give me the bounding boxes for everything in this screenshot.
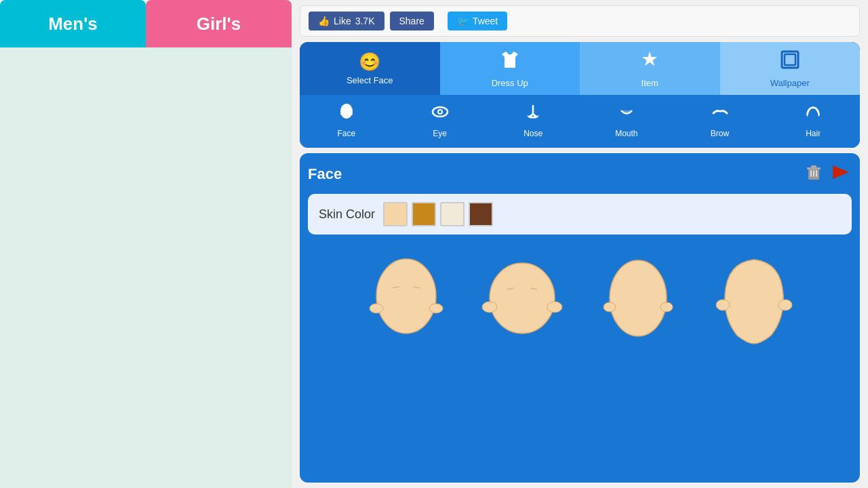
- mens-tab[interactable]: Men's: [0, 0, 146, 47]
- girls-label: Girl's: [197, 14, 241, 35]
- face-label: Face: [337, 129, 355, 138]
- subnav-mouth[interactable]: Mouth: [580, 98, 673, 142]
- tweet-button[interactable]: 🐦 Tweet: [448, 12, 507, 30]
- svg-rect-12: [813, 170, 814, 177]
- mens-label: Men's: [48, 14, 98, 35]
- like-button[interactable]: 👍 Like 3.7K: [309, 12, 384, 30]
- mouth-icon: [616, 102, 637, 126]
- skin-swatches: [383, 202, 493, 226]
- item-label: Item: [642, 78, 658, 88]
- skin-swatch-1[interactable]: [383, 202, 408, 226]
- face-option-3[interactable]: [585, 244, 690, 356]
- svg-point-3: [340, 113, 344, 115]
- select-face-label: Select Face: [347, 75, 393, 85]
- tab-item[interactable]: Item: [580, 42, 720, 95]
- subnav-nose[interactable]: Nose: [486, 98, 580, 142]
- svg-point-2: [340, 104, 353, 119]
- arrow-right-icon: [830, 169, 852, 186]
- tab-wallpaper[interactable]: Wallpaper: [720, 42, 861, 95]
- shirt-icon: [499, 49, 521, 75]
- svg-point-4: [349, 113, 353, 115]
- like-label: Like: [334, 16, 351, 26]
- gender-tabs: Men's Girl's: [0, 0, 292, 47]
- face-option-2[interactable]: [469, 244, 574, 356]
- face-option-1[interactable]: [353, 244, 458, 356]
- face-option-4[interactable]: [701, 244, 806, 356]
- arrow-right-button[interactable]: [830, 161, 852, 187]
- svg-rect-13: [816, 170, 817, 177]
- svg-point-27: [660, 302, 673, 312]
- nav-container: 😊 Select Face Dress Up Item: [300, 42, 860, 148]
- top-nav: 😊 Select Face Dress Up Item: [300, 42, 860, 95]
- skin-color-section: Skin Color: [308, 194, 852, 235]
- svg-rect-1: [785, 54, 795, 65]
- eye-label: Eye: [433, 129, 447, 138]
- subnav-eye[interactable]: Eye: [393, 98, 487, 142]
- subnav-brow[interactable]: Brow: [673, 98, 767, 142]
- twitter-icon: 🐦: [457, 16, 469, 26]
- brow-label: Brow: [711, 129, 729, 138]
- svg-rect-11: [810, 170, 812, 177]
- face-panel-header: Face: [308, 161, 852, 187]
- subnav-face[interactable]: Face: [300, 98, 393, 142]
- svg-point-21: [482, 302, 497, 312]
- dress-up-label: Dress Up: [492, 78, 528, 88]
- tweet-label: Tweet: [473, 16, 498, 26]
- face-options: [308, 244, 852, 356]
- girls-tab[interactable]: Girl's: [146, 0, 292, 47]
- svg-point-28: [716, 300, 730, 310]
- share-label: Share: [399, 16, 425, 26]
- svg-point-25: [610, 260, 667, 336]
- trash-button[interactable]: [804, 161, 823, 187]
- skin-swatch-3[interactable]: [440, 202, 465, 226]
- hair-icon: [803, 102, 823, 126]
- eye-icon: [430, 102, 450, 126]
- share-button[interactable]: Share: [390, 12, 434, 30]
- star-icon: [639, 49, 660, 75]
- svg-point-22: [547, 302, 562, 312]
- like-count: 3.7K: [355, 16, 375, 26]
- thumbs-up-icon: 👍: [318, 16, 330, 26]
- skin-swatch-2[interactable]: [412, 202, 436, 226]
- wallpaper-label: Wallpaper: [770, 78, 810, 88]
- svg-rect-10: [811, 165, 816, 168]
- hair-label: Hair: [806, 129, 821, 138]
- brow-icon: [710, 102, 730, 126]
- wallpaper-icon: [779, 49, 801, 75]
- nose-icon: [523, 102, 543, 126]
- svg-point-29: [778, 300, 792, 310]
- svg-point-15: [376, 259, 436, 333]
- avatar-area: [0, 47, 292, 488]
- face-panel-actions: [804, 161, 852, 187]
- svg-point-16: [370, 304, 383, 313]
- sub-nav: Face Eye N: [300, 95, 860, 148]
- right-panel: 👍 Like 3.7K Share 🐦 Tweet 😊 Select Face: [292, 0, 868, 488]
- left-panel: Men's Girl's: [0, 0, 292, 488]
- smiley-icon: 😊: [359, 52, 380, 73]
- social-bar: 👍 Like 3.7K Share 🐦 Tweet: [300, 5, 860, 37]
- svg-point-17: [429, 304, 443, 313]
- nose-label: Nose: [524, 129, 542, 138]
- subnav-hair[interactable]: Hair: [766, 98, 860, 142]
- face-panel: Face: [300, 153, 860, 483]
- svg-point-20: [490, 263, 555, 333]
- face-shape-icon: [336, 102, 357, 126]
- skin-color-label: Skin Color: [319, 207, 375, 222]
- svg-point-7: [439, 110, 441, 113]
- mouth-label: Mouth: [615, 129, 637, 138]
- tab-dress-up[interactable]: Dress Up: [440, 42, 580, 95]
- face-panel-title: Face: [308, 165, 342, 183]
- skin-swatch-4[interactable]: [469, 202, 493, 226]
- svg-marker-14: [833, 165, 849, 179]
- svg-point-26: [604, 302, 616, 312]
- tab-select-face[interactable]: 😊 Select Face: [300, 42, 440, 95]
- trash-icon: [804, 168, 823, 185]
